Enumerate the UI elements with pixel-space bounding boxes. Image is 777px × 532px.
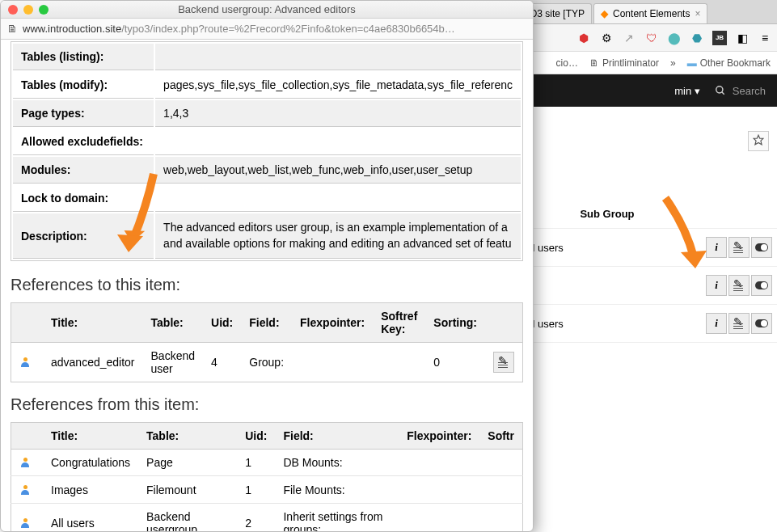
info-label: Tables (modify): — [13, 72, 154, 99]
toggle-button[interactable] — [751, 237, 772, 258]
extension-icon-jb[interactable]: JB — [712, 31, 727, 45]
gear-icon[interactable]: ⚙ — [599, 31, 614, 45]
ghostery-icon[interactable]: ⬤ — [667, 31, 682, 45]
column-header: Flexpointer: — [292, 303, 373, 343]
toggle-icon — [755, 319, 768, 327]
popup-title: Backend usergroup: Advanced editors — [1, 3, 533, 15]
ublock-icon[interactable]: 🛡 — [644, 31, 659, 45]
column-header: Title: — [43, 423, 138, 450]
usergroup-table: Sub Group All users i i All users i — [518, 200, 777, 343]
edit-icon — [733, 318, 745, 329]
browser-tab-strip: O3 site [TYP ◆ Content Elements × — [518, 0, 777, 24]
references-from-heading: References from this item: — [11, 395, 523, 414]
annotation-arrow-right — [653, 194, 710, 275]
search-box[interactable]: Search — [715, 85, 766, 97]
bookmark-folder[interactable]: ▬Other Bookmark — [687, 57, 771, 69]
popup-address-bar[interactable]: 🗎 www.introduction.site/typo3/index.php?… — [1, 19, 533, 40]
info-label: Allowed excludefields: — [13, 129, 154, 155]
column-header: Softr — [479, 423, 522, 450]
close-tab-icon[interactable]: × — [695, 8, 700, 19]
info-value — [155, 185, 521, 212]
info-icon: i — [715, 279, 718, 292]
bookmark-item[interactable]: cio… — [556, 57, 578, 69]
references-from-table: Title: Table: Uid: Field: Flexpointer: S… — [11, 422, 523, 531]
toggle-icon — [755, 243, 768, 251]
search-icon — [715, 85, 726, 96]
column-header: Flexpointer: — [399, 423, 479, 450]
ref-uid: 4 — [203, 343, 241, 382]
page-user-icon — [19, 485, 31, 496]
ref-table-cell: Page — [138, 450, 237, 476]
column-header: Field: — [275, 423, 399, 450]
toggle-button[interactable] — [751, 275, 772, 296]
reference-row: All users Backend usergroup 2 Inherit se… — [11, 503, 523, 531]
page-user-icon — [19, 518, 31, 530]
bookmarks-overflow-icon[interactable]: » — [670, 57, 676, 69]
column-header: Uid: — [203, 303, 241, 343]
folder-icon: ▬ — [687, 57, 697, 69]
table-row: All users i — [518, 305, 777, 343]
edit-button[interactable] — [728, 275, 750, 296]
ref-softref — [373, 343, 425, 382]
info-label: Tables (listing): — [13, 44, 154, 70]
toggle-icon — [755, 281, 768, 289]
ref-title: Congratulations — [43, 450, 138, 476]
edit-icon — [733, 242, 745, 253]
info-value — [155, 129, 521, 155]
tab-label: Content Elements — [613, 8, 690, 19]
table-row: i — [518, 267, 777, 305]
info-value: web,web_layout,web_list,web_func,web_inf… — [155, 157, 521, 184]
module-toolbar — [518, 107, 777, 159]
ref-title: All users — [43, 503, 138, 531]
adblock-icon[interactable]: ⬢ — [576, 31, 591, 45]
references-to-heading: References to this item: — [11, 276, 523, 294]
references-to-table: Title: Table: Uid: Field: Flexpointer: S… — [11, 302, 523, 382]
bookmarks-bar: cio… 🗎Printliminator » ▬Other Bookmark — [518, 52, 777, 74]
svg-line-1 — [722, 92, 724, 95]
info-value — [155, 44, 521, 70]
menu-icon[interactable]: ≡ — [758, 31, 772, 45]
info-value: pages,sys_file,sys_file_collection,sys_f… — [155, 72, 521, 99]
column-header: Table: — [143, 303, 204, 343]
url-path: /typo3/index.php?route=%2Frecord%2Finfo&… — [121, 23, 455, 35]
ref-title: advanced_editor — [43, 343, 143, 382]
column-header: Softref Key: — [373, 303, 425, 343]
typo3-favicon-icon: ◆ — [601, 8, 608, 19]
ref-title: Images — [43, 476, 138, 503]
ref-uid: 1 — [237, 476, 275, 503]
share-icon[interactable]: ↗ — [622, 31, 636, 45]
info-label: Page types: — [13, 100, 154, 127]
record-info-table: Tables (listing): Tables (modify):pages,… — [11, 41, 523, 261]
popup-titlebar[interactable]: Backend usergroup: Advanced editors — [1, 1, 533, 19]
edit-record-button[interactable] — [493, 352, 514, 373]
ref-table-cell: Backend user — [143, 343, 204, 382]
column-header: Field: — [241, 303, 292, 343]
background-browser-window: O3 site [TYP ◆ Content Elements × ⬢ ⚙ ↗ … — [518, 0, 777, 532]
reference-row: Images Filemount 1 File Mounts: — [11, 476, 523, 503]
table-row: All users i — [518, 229, 777, 267]
reference-row: advanced_editor Backend user 4 Group: 0 — [11, 343, 523, 382]
browser-tab-active[interactable]: ◆ Content Elements × — [593, 3, 707, 23]
column-header: Title: — [43, 303, 143, 343]
edit-button[interactable] — [728, 313, 750, 334]
subgroup-cell: All users — [518, 305, 696, 343]
ref-table-cell: Backend usergroup — [138, 503, 237, 531]
svg-marker-5 — [681, 251, 707, 268]
ref-uid: 2 — [237, 503, 275, 531]
toggle-button[interactable] — [751, 313, 772, 334]
tab-label: O3 site [TYP — [530, 8, 585, 19]
bookmark-item[interactable]: 🗎Printliminator — [589, 57, 659, 69]
info-button[interactable]: i — [706, 275, 727, 296]
extension-icon[interactable]: ⬣ — [690, 31, 704, 45]
app-topbar: min ▾ Search — [518, 74, 777, 107]
info-button[interactable]: i — [706, 313, 727, 334]
info-value: 1,4,3 — [155, 100, 521, 127]
bookmark-star-button[interactable] — [748, 131, 769, 151]
browser-toolbar: ⬢ ⚙ ↗ 🛡 ⬤ ⬣ JB ◧ ≡ — [518, 24, 777, 52]
column-header: Sorting: — [425, 303, 485, 343]
svg-marker-2 — [754, 135, 763, 145]
extension-icon[interactable]: ◧ — [735, 31, 750, 45]
ref-field: File Mounts: — [275, 476, 399, 503]
admin-menu[interactable]: min ▾ — [674, 85, 700, 97]
edit-button[interactable] — [728, 237, 750, 258]
